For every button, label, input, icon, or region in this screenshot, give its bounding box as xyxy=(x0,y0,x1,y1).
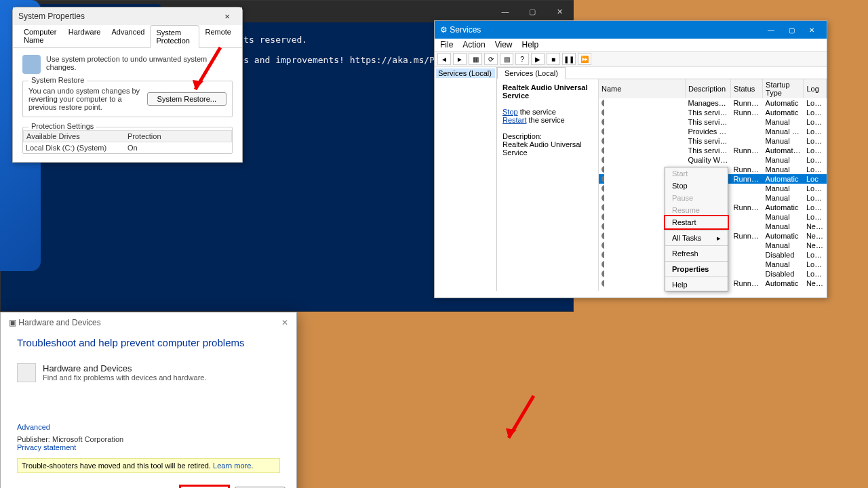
stop-icon[interactable]: ■ xyxy=(547,53,560,65)
learn-more-link[interactable]: Learn more xyxy=(213,462,251,470)
troubleshooter-item[interactable]: Hardware and Devices Find and fix proble… xyxy=(17,363,280,382)
close-icon[interactable]: ✕ xyxy=(281,318,288,327)
menu-help[interactable]: Help xyxy=(522,40,539,49)
tab-advanced[interactable]: Advanced xyxy=(106,25,150,47)
menu-action[interactable]: Action xyxy=(462,40,485,49)
gear-icon xyxy=(601,128,604,135)
gear-icon xyxy=(601,119,604,125)
privacy-link[interactable]: Privacy statement xyxy=(17,443,280,451)
ctx-resume: Resume xyxy=(665,204,728,216)
tab-services-local[interactable]: Services (Local) xyxy=(497,67,566,79)
gear-icon xyxy=(601,251,604,258)
gear-icon xyxy=(601,176,604,182)
gear-icon xyxy=(601,223,604,230)
system-properties-window: System Properties ✕ Computer NameHardwar… xyxy=(12,7,243,163)
system-restore-group: System Restore You can undo system chang… xyxy=(22,81,233,117)
gear-icon xyxy=(601,109,604,116)
gear-icon xyxy=(601,261,604,268)
col-description[interactable]: Description xyxy=(685,79,730,98)
advanced-link[interactable]: Advanced xyxy=(17,423,280,431)
col-name[interactable]: Name xyxy=(599,79,685,98)
ctx-stop[interactable]: Stop xyxy=(665,180,728,192)
stop-link[interactable]: Stop xyxy=(502,108,518,116)
dialog-heading: Troubleshoot and help prevent computer p… xyxy=(17,337,280,348)
intro-text: Use system protection to undo unwanted s… xyxy=(46,55,233,71)
tab-remote[interactable]: Remote xyxy=(199,25,237,47)
window-title: Services xyxy=(450,25,481,35)
ctx-help[interactable]: Help xyxy=(665,279,728,291)
gear-icon xyxy=(601,195,604,201)
selected-service-name: Realtek Audio Universal Service xyxy=(502,83,588,100)
toolbar-button[interactable]: ▤ xyxy=(500,53,513,65)
titlebar[interactable]: System Properties ✕ xyxy=(13,7,242,25)
gear-icon xyxy=(601,270,604,277)
close-icon[interactable]: ✕ xyxy=(218,9,237,23)
tree-node[interactable]: Services (Local) xyxy=(436,68,495,78)
col-status[interactable]: Status xyxy=(731,79,763,98)
menu-view[interactable]: View xyxy=(495,40,513,49)
minimize-icon[interactable]: — xyxy=(492,2,519,21)
gear-icon xyxy=(601,280,604,287)
window-title: System Properties xyxy=(18,12,85,21)
troubleshooter-dialog: ▣ Hardware and Devices ✕ Troubleshoot an… xyxy=(0,312,297,488)
pause-icon[interactable]: ❚❚ xyxy=(562,53,576,65)
service-row[interactable]: Printer Extensions and Notif...This serv… xyxy=(599,117,827,127)
annotation-arrow xyxy=(503,393,544,450)
gear-icon xyxy=(601,147,604,154)
service-row[interactable]: Print SpoolerThis service ...RunningAuto… xyxy=(599,108,827,117)
ctx-all-tasks[interactable]: All Tasks xyxy=(665,232,728,244)
menu-file[interactable]: File xyxy=(440,40,453,49)
gear-icon xyxy=(601,204,604,211)
menu-bar: FileActionViewHelp xyxy=(435,39,827,52)
col-startup-type[interactable]: Startup Type xyxy=(763,79,804,98)
close-icon[interactable]: ✕ xyxy=(802,23,821,37)
col-protection: Protection xyxy=(127,132,229,140)
item-title: Hardware and Devices xyxy=(43,363,207,373)
system-restore-button[interactable]: System Restore... xyxy=(147,92,226,106)
shield-icon xyxy=(22,55,41,74)
ctx-restart[interactable]: Restart xyxy=(665,216,728,228)
service-row[interactable]: Problem Reports Control Pa...This servic… xyxy=(599,136,827,146)
maximize-icon[interactable]: ▢ xyxy=(782,23,801,37)
ctx-start: Start xyxy=(665,167,728,180)
service-row[interactable]: PrintWorkflow_6e85223Provides su...Manua… xyxy=(599,127,827,136)
help-icon[interactable]: ? xyxy=(515,53,529,65)
toolbar-button[interactable]: ▦ xyxy=(469,53,482,65)
refresh-icon[interactable]: ⟳ xyxy=(484,53,498,65)
gear-icon xyxy=(601,157,604,163)
service-row[interactable]: Program Compatibility Assi...This servic… xyxy=(599,146,827,155)
gear-icon xyxy=(601,166,604,173)
drive-protection: On xyxy=(127,144,229,152)
ctx-refresh[interactable]: Refresh xyxy=(665,247,728,260)
play-icon[interactable]: ▶ xyxy=(531,53,545,65)
col-log[interactable]: Log xyxy=(804,79,827,98)
col-drives: Available Drives xyxy=(26,132,127,140)
back-icon[interactable]: ◄ xyxy=(437,53,451,65)
gear-icon xyxy=(601,185,604,192)
restart-icon[interactable]: ⏩ xyxy=(578,53,591,65)
item-desc: Find and fix problems with devices and h… xyxy=(43,373,207,382)
service-row[interactable]: PowerManages p...RunningAutomaticLoc... xyxy=(599,98,827,108)
titlebar[interactable]: ⚙ Services — ▢ ✕ xyxy=(435,21,827,39)
ctx-properties[interactable]: Properties xyxy=(665,263,728,275)
forward-icon[interactable]: ► xyxy=(453,53,467,65)
svg-marker-3 xyxy=(506,428,517,438)
details-pane: Realtek Audio Universal Service Stop the… xyxy=(497,79,599,291)
ctx-pause: Pause xyxy=(665,192,728,204)
dialog-titlebar[interactable]: ▣ Hardware and Devices ✕ xyxy=(1,312,296,333)
drive-row[interactable]: Local Disk (C:) (System) On xyxy=(23,142,232,153)
close-icon[interactable]: ✕ xyxy=(546,2,573,21)
tab-computer-name[interactable]: Computer Name xyxy=(18,25,63,47)
tree-pane[interactable]: Services (Local) xyxy=(435,67,497,291)
restart-link[interactable]: Restart xyxy=(502,116,526,124)
tab-hardware[interactable]: Hardware xyxy=(63,25,106,47)
retire-notice: Trouble-shooters have moved and this too… xyxy=(17,458,280,473)
minimize-icon[interactable]: — xyxy=(762,23,781,37)
group-legend: System Restore xyxy=(28,76,87,84)
tab-system-protection[interactable]: System Protection xyxy=(150,25,199,48)
maximize-icon[interactable]: ▢ xyxy=(519,2,546,21)
group-legend: Protection Settings xyxy=(28,122,96,130)
service-row[interactable]: Quality Windows Audio Vid...Quality Win.… xyxy=(599,155,827,165)
gear-icon xyxy=(601,138,604,144)
publisher-text: Publisher: Microsoft Corporation xyxy=(17,435,280,443)
